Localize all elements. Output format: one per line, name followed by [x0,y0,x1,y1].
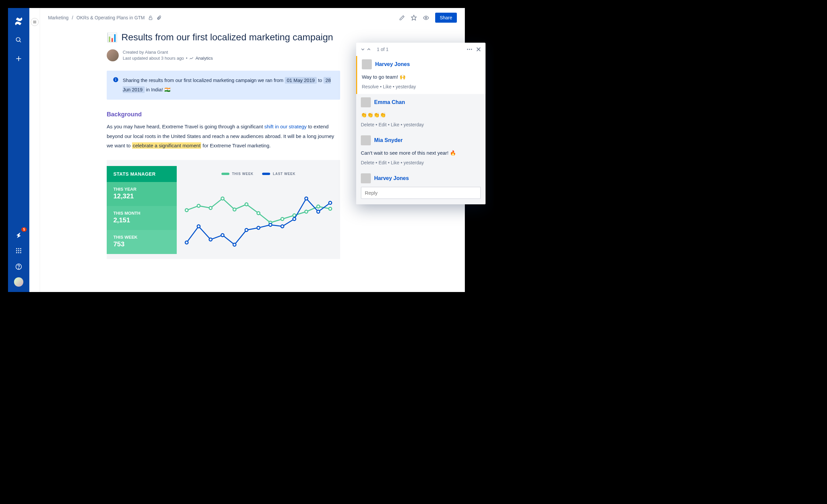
svg-rect-6 [20,248,21,249]
page-actions: Share [399,13,457,23]
svg-point-29 [245,203,248,206]
svg-point-23 [115,78,116,79]
chart-title: STATS MANAGER [107,166,177,182]
comment-avatar [361,97,371,107]
svg-rect-4 [16,248,17,249]
reply-input[interactable] [361,187,481,199]
breadcrumb: Marketing / OKRs & Operating Plans in GT… [48,15,161,20]
body-paragraph: As you may have heard, Exxtreme Travel i… [107,122,340,151]
svg-rect-12 [20,252,21,253]
svg-point-32 [281,217,284,220]
comment-body: Way to go team! 🙌 [362,74,481,80]
edit-icon[interactable] [399,15,405,21]
svg-point-45 [281,225,284,228]
svg-point-51 [469,49,470,50]
reply-avatar [361,173,371,183]
help-icon[interactable] [13,261,24,272]
svg-point-52 [471,49,472,50]
comment-item: Mia Snyder Can't wait to see more of thi… [356,132,486,170]
svg-rect-11 [18,252,19,253]
svg-point-34 [305,210,308,213]
collapse-strip [29,8,40,292]
svg-marker-19 [411,15,416,20]
comment-body: Can't wait to see more of this next year… [361,150,481,156]
info-icon [113,77,119,83]
svg-point-40 [221,234,224,237]
svg-point-28 [233,208,236,211]
stat-week: THIS WEEK 753 [107,230,177,254]
svg-point-38 [197,225,200,228]
title-emoji-icon: 📊 [107,32,117,43]
more-icon[interactable] [466,46,473,53]
svg-rect-9 [20,250,21,251]
info-text-post: in India! 🇮🇳 [146,87,171,92]
breadcrumb-root[interactable]: Marketing [48,15,68,20]
svg-point-36 [329,207,332,210]
svg-point-43 [257,226,260,229]
close-icon[interactable] [476,46,482,52]
comment-item: Harvey Jones Way to go team! 🙌 Resolve •… [356,56,486,94]
share-button[interactable]: Share [435,13,457,23]
comment-author[interactable]: Emma Chan [374,99,405,105]
comment-actions[interactable]: Delete • Edit • Like • yesterday [361,160,481,165]
analytics-icon [189,56,193,60]
breadcrumb-page[interactable]: OKRs & Operating Plans in GTM [77,15,145,20]
profile-avatar[interactable] [14,277,23,287]
breadcrumb-separator: / [72,15,73,20]
svg-point-37 [185,241,188,244]
notifications-icon[interactable]: 5 [13,229,24,240]
svg-rect-10 [16,252,17,253]
line-chart-plot [183,179,334,259]
created-by-text: Created by Alana Grant [123,49,213,55]
highlighted-text: celebrate a significant moment [132,142,201,149]
svg-point-25 [197,204,200,207]
comment-avatar [362,59,372,69]
comment-next-icon[interactable] [360,47,366,52]
chart-legend: THIS WEEK LAST WEEK [183,172,334,176]
date-chip-start: 01 May 2019 [285,77,317,84]
comment-actions[interactable]: Resolve • Like • yesterday [362,84,481,89]
comment-author[interactable]: Mia Snyder [374,137,402,143]
app-switcher-icon[interactable] [13,245,24,256]
global-sidebar: 5 [8,8,29,292]
svg-point-44 [269,223,272,226]
comment-author[interactable]: Harvey Jones [375,61,410,67]
author-avatar[interactable] [107,49,119,61]
svg-point-41 [233,243,236,246]
svg-point-49 [329,201,332,204]
svg-point-47 [305,197,308,200]
svg-point-42 [245,228,248,231]
reply-author: Harvey Jones [374,175,409,181]
watch-icon[interactable] [423,15,429,21]
comments-panel: 1 of 1 Harvey Jones Way to go team! 🙌 Re… [356,43,486,204]
strategy-link[interactable]: shift in our strategy [264,124,307,129]
svg-point-20 [425,17,427,19]
comment-count: 1 of 1 [377,47,388,52]
stat-month: THIS MONTH 2,151 [107,206,177,230]
attachment-icon[interactable] [156,15,161,20]
svg-point-50 [467,49,468,50]
page-title: Results from our first localized marketi… [121,32,333,43]
create-icon[interactable] [13,53,24,64]
svg-point-39 [209,238,212,241]
svg-point-14 [18,268,19,268]
stats-chart: STATS MANAGER THIS YEAR 12,321 THIS MONT… [107,160,340,259]
unlock-icon[interactable] [148,15,153,20]
analytics-link[interactable]: Analytics [195,55,213,61]
svg-rect-22 [115,79,116,81]
svg-point-24 [185,209,188,212]
star-icon[interactable] [411,15,417,21]
info-panel: Sharing the results from our first local… [107,71,340,100]
notification-badge: 5 [21,227,27,232]
comment-actions[interactable]: Delete • Edit • Like • yesterday [361,122,481,127]
confluence-logo-icon[interactable] [13,16,24,27]
comment-body: 👏👏👏👏 [361,112,481,118]
search-icon[interactable] [13,35,24,45]
svg-point-48 [317,210,320,213]
comment-prev-icon[interactable] [366,47,372,52]
collapse-sidebar-button[interactable] [31,18,39,26]
info-text-pre: Sharing the results from our first local… [123,78,285,83]
svg-point-26 [209,206,212,209]
svg-rect-8 [18,250,19,251]
svg-point-30 [257,212,260,215]
